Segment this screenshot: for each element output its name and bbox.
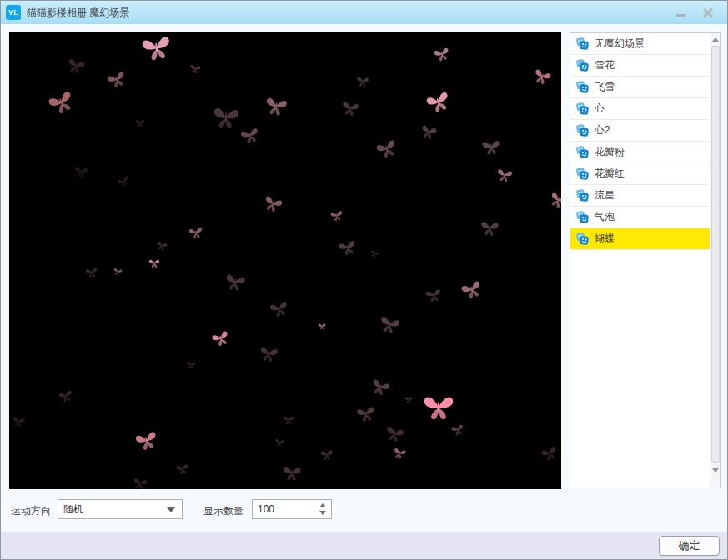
butterfly xyxy=(329,209,344,223)
butterfly xyxy=(283,415,294,425)
butterfly xyxy=(238,125,262,147)
scene-item-label: 雪花 xyxy=(595,58,615,72)
butterfly xyxy=(377,313,403,337)
mask-icon xyxy=(576,59,589,72)
scene-list-item[interactable]: 流星 xyxy=(570,185,710,207)
scene-item-label: 无魔幻场景 xyxy=(595,37,645,51)
butterfly xyxy=(211,104,241,131)
scrollbar-thumb[interactable] xyxy=(711,46,720,462)
butterfly xyxy=(422,393,455,422)
scene-item-label: 气泡 xyxy=(595,210,615,224)
scene-list-item[interactable]: 无魔幻场景 xyxy=(570,33,710,55)
butterfly xyxy=(209,328,232,348)
scroll-down-button[interactable] xyxy=(710,465,720,476)
butterfly xyxy=(133,428,160,453)
butterfly xyxy=(112,267,123,278)
butterfly xyxy=(73,164,89,179)
close-icon xyxy=(702,7,714,18)
butterfly xyxy=(65,56,87,76)
scene-item-label: 飞雪 xyxy=(595,80,615,94)
butterfly xyxy=(139,32,175,64)
butterfly xyxy=(175,462,190,477)
butterfly xyxy=(374,137,400,162)
titlebar[interactable]: YL 猫猫影楼相册 魔幻场景 xyxy=(1,1,727,24)
spinner-buttons xyxy=(318,502,328,517)
mask-icon xyxy=(576,124,589,137)
butterfly xyxy=(383,423,406,445)
count-input[interactable]: 100 xyxy=(252,499,332,519)
scene-list-item[interactable]: 气泡 xyxy=(570,207,710,228)
mask-icon xyxy=(576,168,589,180)
scene-item-label: 心 xyxy=(595,102,605,116)
butterfly xyxy=(281,464,303,482)
mask-icon xyxy=(576,38,589,50)
butterfly xyxy=(116,173,133,190)
butterfly xyxy=(274,438,285,448)
butterfly xyxy=(319,448,334,461)
chevron-down-icon xyxy=(167,508,175,512)
butterfly xyxy=(530,66,553,87)
count-label: 显示数量 xyxy=(203,504,244,518)
scene-item-label: 花瓣粉 xyxy=(595,145,625,159)
butterfly xyxy=(546,189,561,212)
butterfly xyxy=(260,192,284,215)
butterfly xyxy=(432,45,452,63)
spin-down-button[interactable] xyxy=(319,509,327,517)
butterfly xyxy=(45,87,78,118)
scene-item-label: 流星 xyxy=(595,188,615,202)
minimize-icon xyxy=(676,14,686,17)
butterfly xyxy=(369,248,379,258)
butterfly xyxy=(318,322,326,330)
butterfly xyxy=(155,239,169,252)
mask-icon xyxy=(576,102,589,115)
scrollbar[interactable] xyxy=(710,33,720,488)
direction-label: 运动方向 xyxy=(11,504,51,518)
scene-item-label: 花瓣红 xyxy=(595,167,625,181)
scene-list-item[interactable]: 飞雪 xyxy=(570,77,710,98)
scene-item-label: 蝴蝶 xyxy=(595,232,615,246)
butterfly xyxy=(480,138,502,157)
butterfly xyxy=(404,396,413,403)
scene-list-item[interactable]: 花瓣红 xyxy=(570,163,710,185)
butterfly xyxy=(540,444,560,463)
footer-bar: 确定 xyxy=(1,532,727,559)
scene-list-item[interactable]: 花瓣粉 xyxy=(570,142,710,163)
close-button[interactable] xyxy=(697,4,719,21)
count-value: 100 xyxy=(258,503,274,515)
butterfly xyxy=(188,63,202,75)
scene-item-label: 心2 xyxy=(595,123,610,138)
scene-panel: 无魔幻场景雪花飞雪心心2花瓣粉花瓣红流星气泡蝴蝶 xyxy=(570,32,721,488)
butterfly xyxy=(449,422,465,438)
direction-value: 随机 xyxy=(63,502,83,517)
butterfly xyxy=(479,219,500,238)
minimize-button[interactable] xyxy=(670,4,692,21)
app-window: YL 猫猫影楼相册 魔幻场景 无魔幻场景雪花飞雪心心2花瓣粉花瓣红流星气泡蝴蝶 … xyxy=(0,0,728,560)
butterfly xyxy=(188,225,204,240)
butterfly xyxy=(391,446,407,461)
scene-list-item[interactable]: 雪花 xyxy=(570,55,710,77)
mask-icon xyxy=(576,81,589,93)
arrow-down-icon xyxy=(319,511,326,515)
butterfly xyxy=(423,88,454,118)
butterfly xyxy=(337,238,359,258)
butterfly xyxy=(368,376,392,398)
butterfly xyxy=(268,298,291,320)
butterfly xyxy=(84,266,99,280)
butterfly xyxy=(419,122,439,141)
butterfly xyxy=(459,278,485,302)
butterfly xyxy=(135,119,145,128)
mask-icon xyxy=(576,146,589,158)
mask-icon xyxy=(576,211,589,223)
arrow-down-icon xyxy=(712,468,719,472)
butterfly xyxy=(223,272,247,293)
butterfly xyxy=(104,68,128,91)
scene-list-item[interactable]: 心 xyxy=(570,98,710,120)
scroll-up-button[interactable] xyxy=(710,34,720,45)
direction-select[interactable]: 随机 xyxy=(58,499,183,519)
scene-list-item[interactable]: 蝴蝶 xyxy=(570,228,710,250)
arrow-up-icon xyxy=(712,38,719,42)
ok-button[interactable]: 确定 xyxy=(659,536,720,556)
butterfly xyxy=(424,287,444,303)
scene-list-item[interactable]: 心2 xyxy=(570,120,710,142)
spin-up-button[interactable] xyxy=(319,502,327,509)
